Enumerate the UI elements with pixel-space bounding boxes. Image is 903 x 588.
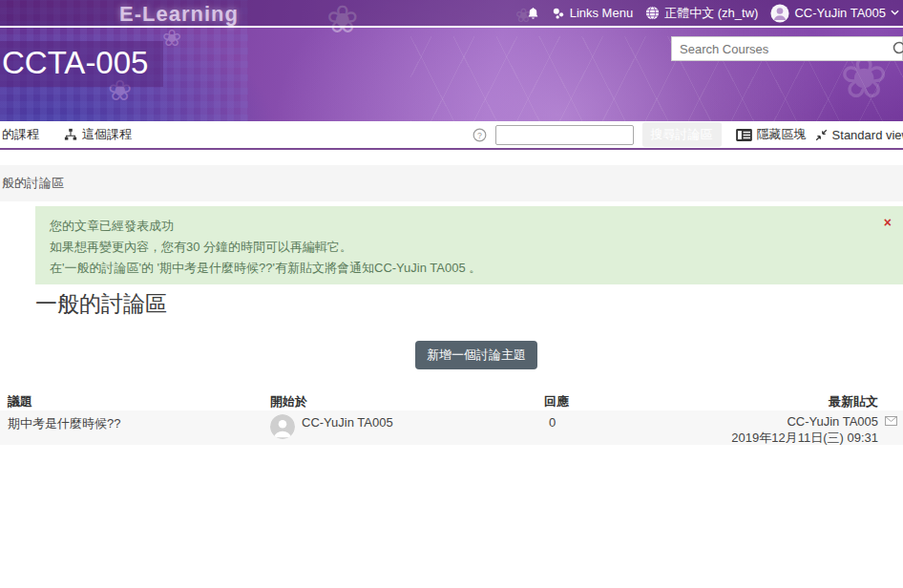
language-menu[interactable]: 正體中文 (zh_tw) — [645, 5, 758, 22]
user-menu[interactable]: CC-YuJin TA005 — [770, 4, 899, 23]
globe-icon — [645, 6, 660, 20]
alert-line-3: 在'一般的討論區'的 '期中考是什麼時候??'有新貼文將會通知CC-YuJin … — [50, 258, 871, 279]
nav-my-courses[interactable]: 的課程 — [2, 126, 39, 143]
blocks-icon — [736, 129, 752, 141]
course-search — [671, 36, 903, 61]
success-alert: 您的文章已經發表成功 如果想再變更內容，您有30 分鐘的時間可以再編輯它。 在'… — [35, 206, 903, 284]
replies-count: 0 — [549, 415, 556, 430]
sitemap-icon — [64, 128, 77, 141]
user-name-label: CC-YuJin TA005 — [794, 6, 886, 20]
course-search-input[interactable] — [671, 36, 903, 61]
header-topic: 議題 — [8, 393, 32, 410]
page: ❀ ❀ ❀ ❀ ❀ E-Learning Links Menu — [0, 0, 903, 588]
alert-line-2: 如果想再變更內容，您有30 分鐘的時間可以再編輯它。 — [50, 237, 871, 258]
hide-blocks-label: 隱藏區塊 — [757, 126, 807, 143]
notifications-bell-icon[interactable] — [527, 7, 539, 20]
svg-text:?: ? — [477, 130, 482, 139]
starter-avatar[interactable] — [270, 414, 295, 439]
my-courses-label: 的課程 — [2, 126, 39, 143]
header-last-post: 最新貼文 — [829, 393, 878, 410]
starter-name-link[interactable]: CC-YuJin TA005 — [302, 415, 393, 430]
alert-close-icon[interactable]: × — [884, 216, 892, 229]
breadcrumb-current: 般的討論區 — [2, 175, 64, 192]
discussion-topic-link[interactable]: 期中考是什麼時候?? — [8, 415, 120, 432]
links-icon — [552, 7, 565, 20]
forum-title: 一般的討論區 — [35, 289, 167, 319]
chevron-down-icon — [891, 10, 899, 16]
user-avatar-icon — [770, 4, 789, 23]
last-post-author-link[interactable]: CC-YuJin TA005 — [787, 414, 878, 429]
last-post-date-link[interactable]: 2019年12月11日(三) 09:31 — [731, 430, 878, 447]
course-navbar-right: ? 搜尋討論區 隱藏區塊 Standard view — [472, 121, 903, 148]
top-navbar: E-Learning Links Menu 正體中文 (zh_tw) — [0, 0, 903, 28]
standard-view-label: Standard view — [832, 128, 903, 142]
header-replies: 回應 — [544, 393, 569, 410]
forum-search-input[interactable] — [495, 125, 634, 145]
this-course-label: 這個課程 — [82, 126, 132, 143]
compress-arrows-icon — [815, 129, 828, 141]
discussion-row: 期中考是什麼時候?? CC-YuJin TA005 0 CC-YuJin TA0… — [0, 410, 903, 445]
envelope-icon[interactable] — [885, 416, 897, 426]
top-navbar-right: Links Menu 正體中文 (zh_tw) CC-YuJin TA005 — [527, 0, 899, 26]
nav-this-course[interactable]: 這個課程 — [64, 126, 132, 143]
discussion-table: 議題 開始於 回應 最新貼文 期中考是什麼時候?? CC-YuJin TA005… — [0, 393, 903, 445]
search-icon[interactable] — [892, 40, 903, 57]
search-forums-button[interactable]: 搜尋討論區 — [642, 122, 722, 147]
header-started-by: 開始於 — [270, 393, 307, 410]
course-navbar-left: 的課程 這個課程 — [2, 121, 132, 148]
course-navbar: 的課程 這個課程 ? 搜尋討論區 隱藏區塊 — [0, 121, 903, 150]
banner-body: CCTA-005 — [0, 28, 903, 121]
course-title: CCTA-005 — [0, 41, 163, 87]
standard-view-toggle[interactable]: Standard view — [815, 128, 903, 142]
links-menu[interactable]: Links Menu — [552, 6, 633, 20]
language-label: 正體中文 (zh_tw) — [664, 5, 758, 22]
help-icon[interactable]: ? — [472, 128, 487, 142]
breadcrumb: 般的討論區 — [0, 165, 903, 201]
site-logo[interactable]: E-Learning — [119, 2, 239, 27]
links-menu-label: Links Menu — [570, 6, 633, 20]
course-banner: ❀ ❀ ❀ ❀ ❀ E-Learning Links Menu — [0, 0, 903, 121]
alert-line-1: 您的文章已經發表成功 — [50, 216, 871, 237]
hide-blocks-toggle[interactable]: 隱藏區塊 — [736, 126, 807, 143]
add-discussion-button[interactable]: 新增一個討論主題 — [415, 341, 537, 369]
discussion-table-header: 議題 開始於 回應 最新貼文 — [0, 393, 903, 409]
